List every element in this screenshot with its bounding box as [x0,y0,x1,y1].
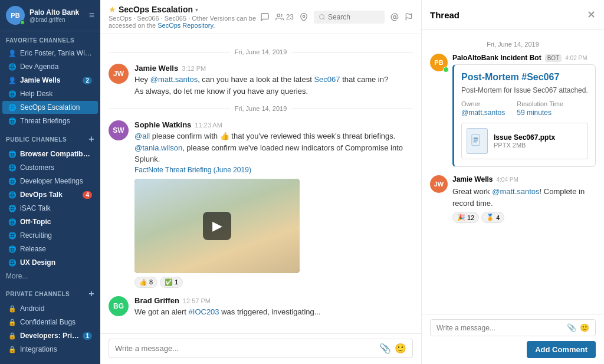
chat-icon-btn[interactable] [260,12,270,22]
post-mortem-file[interactable]: Issue Sec067.pptx PPTX 2MB [461,123,588,159]
workspace-info: Palo Alto Bank @brad.griffen [29,8,79,23]
sidebar-item-ux-design[interactable]: 🌐 UX Design [2,256,98,269]
message-text: Hey @matt.santos, can you have a look at… [134,74,413,97]
file-info: Issue Sec067.pptx PPTX 2MB [494,133,555,149]
reaction-medal[interactable]: 🏅 4 [481,212,504,223]
file-link[interactable]: FactNote Threat Briefing (June 2019) [134,166,251,174]
avatar: JW [109,64,129,84]
message-header: Brad Griffen 12:57 PM [134,296,413,305]
globe-icon: 🌐 [8,150,17,158]
globe-icon: 🌐 [8,90,17,98]
globe-icon: 🌐 [8,63,17,71]
workspace-avatar: PB [6,6,25,25]
messages-list: Fri, June 14, 2019 JW Jamie Wells 3:12 P… [100,34,421,333]
thread-message-bot: PB PaloAltoBank Incident Bot BOT 4:02 PM… [430,54,596,167]
reaction-check[interactable]: ✅ 1 [160,277,183,288]
globe-icon: 🌐 [8,245,17,253]
add-private-channel-icon[interactable]: + [88,288,94,299]
avatar: SW [109,120,129,140]
sidebar-item-isac-talk[interactable]: 🌐 iSAC Talk [2,202,98,215]
sidebar-item-confidential-bugs[interactable]: 🔒 Confidential Bugs [2,316,98,329]
file-size: PPTX 2MB [494,142,555,149]
globe-icon: 🌐 [8,178,17,185]
post-mortem-card: Post-Mortem #Sec067 Post-Mortem for Issu… [452,64,596,167]
workspace-header: PB Palo Alto Bank @brad.griffen ≡ [0,0,100,31]
channel-breadcrumb: SecOps · Sec066 · Sec065 · Other Version… [109,15,260,29]
secops-repository-link[interactable]: SecOps Repository. [157,22,215,29]
attachment-icon[interactable]: 📎 [567,323,576,332]
search-box[interactable] [314,11,385,24]
emoji-icon[interactable]: 🙂 [395,343,406,354]
person-icon: 👤 [8,77,17,84]
at-icon[interactable] [390,13,399,21]
emoji-icon[interactable]: 🙂 [580,323,589,332]
sidebar: PB Palo Alto Bank @brad.griffen ≡ FAVORI… [0,0,100,364]
sidebar-item-help-desk[interactable]: 🌐 Help Desk [2,87,98,100]
sidebar-item-jamie-wells[interactable]: 👤 Jamie Wells 2 [2,74,98,87]
thread-message-input[interactable] [436,324,563,332]
sidebar-item-secops-escalation[interactable]: 🌐 SecOps Escalation [2,101,98,114]
sidebar-item-dev-agenda[interactable]: 🌐 Dev Agenda [2,60,98,73]
lock-icon: 🔒 [8,319,17,326]
reaction-party[interactable]: 🎉 12 [452,212,479,223]
pin-icon[interactable] [300,13,308,21]
sidebar-item-developer-meetings[interactable]: 🌐 Developer Meetings [2,175,98,188]
reaction-thumbsup[interactable]: 👍 8 [134,277,157,288]
favorite-channels-header: FAVORITE CHANNELS [0,31,100,46]
channel-star-icon[interactable]: ★ [109,5,116,14]
sidebar-item-customers[interactable]: 🌐 Customers [2,161,98,174]
private-channels-header: PRIVATE CHANNELS + [0,283,100,301]
sidebar-item-integrations[interactable]: 🔒 Integrations [2,343,98,356]
channel-ref[interactable]: Sec067 [314,75,340,84]
message-group-jamie-wells: JW Jamie Wells 3:12 PM Hey @matt.santos,… [109,64,413,97]
sidebar-item-recruiting[interactable]: 🌐 Recruiting [2,229,98,242]
mention: @matt.santos [150,75,198,84]
svg-line-3 [323,18,324,19]
channel-title-area: ★ SecOps Escalation ▾ SecOps · Sec066 · … [109,5,260,29]
sidebar-item-eric-foster[interactable]: 👤 Eric Foster, Tania Wilson [2,47,98,60]
svg-point-4 [393,15,396,18]
thread-message-body: PaloAltoBank Incident Bot BOT 4:02 PM Po… [452,54,596,167]
sidebar-item-off-topic[interactable]: 🌐 Off-Topic [2,215,98,228]
thread-title: Thread [430,10,459,20]
channel-title-row: ★ SecOps Escalation ▾ [109,5,260,14]
search-input[interactable] [328,13,375,21]
thread-message-jamie: JW Jamie Wells 4:04 PM Great work @matt.… [430,175,596,223]
sidebar-item-developers-private[interactable]: 🔒 Developers: Private 1 [2,329,98,342]
thread-message-author: Jamie Wells [452,175,493,183]
thread-input-area: 📎 🙂 Add Comment [422,314,604,364]
svg-point-1 [303,15,305,18]
file-icon [467,128,488,154]
message-input-area: 📎 🙂 [100,333,421,364]
sidebar-item-devops-talk[interactable]: 🌐 DevOps Talk 4 [2,188,98,201]
add-comment-button[interactable]: Add Comment [527,341,596,358]
bot-badge [443,67,449,73]
video-embed[interactable]: ▶ [134,179,300,273]
thread-input-box: 📎 🙂 [430,319,596,336]
channel-dropdown-icon[interactable]: ▾ [195,6,198,13]
message-author: Sophie Watkins [134,120,191,129]
post-mortem-description: Post-Mortem for Issue Sec067 attached. [461,86,588,94]
message-body: Brad Griffen 12:57 PM We got an alert #I… [134,296,413,318]
flag-icon[interactable] [405,13,413,21]
sidebar-item-release[interactable]: 🌐 Release [2,242,98,255]
thread-date-divider: Fri, June 14, 2019 [430,41,596,48]
globe-icon: 🌐 [8,104,17,112]
members-count[interactable]: 23 [275,13,294,21]
bot-label: BOT [545,54,562,62]
play-button[interactable]: ▶ [203,212,231,240]
add-public-channel-icon[interactable]: + [88,134,94,145]
ioc-ref[interactable]: #IOC203 [189,307,219,316]
thread-message-body: Jamie Wells 4:04 PM Great work @matt.san… [452,175,596,223]
message-input[interactable] [115,344,376,353]
thread-panel: Thread ✕ Fri, June 14, 2019 PB PaloAltoB… [421,0,604,364]
close-thread-button[interactable]: ✕ [587,8,596,21]
attachment-icon[interactable]: 📎 [379,343,391,354]
sidebar-item-browser-compat[interactable]: 🌐 Browser Compatibility [2,147,98,160]
resolution-value: 59 minutes [517,109,563,117]
more-channels-link[interactable]: More... [0,270,100,283]
menu-icon[interactable]: ≡ [89,10,94,21]
sidebar-item-android[interactable]: 🔒 Android [2,302,98,315]
sidebar-item-threat-briefings[interactable]: 🌐 Threat Briefings [2,114,98,127]
mention: @matt.santos [492,187,539,196]
